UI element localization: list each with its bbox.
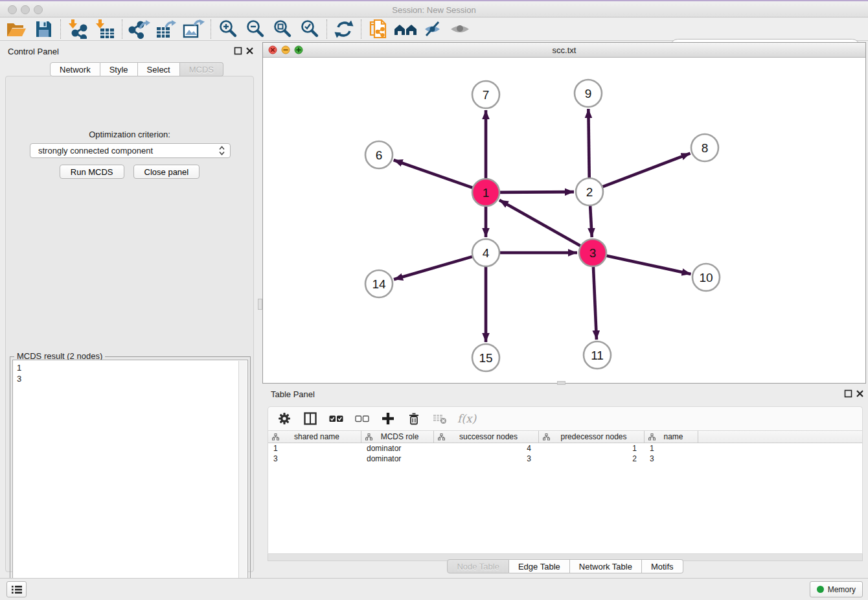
- close-panel-icon[interactable]: [246, 47, 254, 55]
- table-cell[interactable]: 1: [539, 443, 645, 454]
- run-mcds-button[interactable]: Run MCDS: [60, 165, 124, 179]
- export-image-icon[interactable]: [180, 18, 207, 40]
- open-file-icon[interactable]: [3, 18, 30, 40]
- memory-button[interactable]: Memory: [810, 581, 863, 597]
- graph-node-1[interactable]: 1: [472, 179, 499, 206]
- refresh-icon[interactable]: [330, 18, 358, 40]
- close-panel-button[interactable]: Close panel: [133, 165, 200, 179]
- tab-node-table[interactable]: Node Table: [447, 559, 509, 573]
- hide-selected-icon[interactable]: [419, 18, 446, 40]
- graph-node-11[interactable]: 11: [584, 341, 611, 369]
- close-table-panel-icon[interactable]: [856, 389, 864, 398]
- save-session-icon[interactable]: [30, 18, 57, 40]
- float-table-panel-icon[interactable]: [844, 389, 852, 398]
- horizontal-splitter-handle[interactable]: [557, 381, 565, 385]
- show-all-icon[interactable]: [446, 18, 474, 40]
- graph-node-label: 9: [585, 87, 592, 100]
- add-column-icon[interactable]: [380, 409, 396, 428]
- graph-edge-3-11[interactable]: [593, 267, 597, 340]
- tab-network[interactable]: Network: [50, 62, 100, 76]
- delete-column-icon[interactable]: [405, 409, 422, 428]
- column-header-name[interactable]: name: [645, 431, 698, 443]
- attribute-tree-icon: [648, 433, 656, 441]
- tab-network-table[interactable]: Network Table: [570, 559, 642, 573]
- vertical-splitter-handle[interactable]: [258, 299, 262, 310]
- network-graph-canvas[interactable]: 1234678910111415: [263, 58, 865, 383]
- toolbar-separator: [326, 19, 327, 39]
- export-table-icon[interactable]: [153, 18, 180, 40]
- toolbar-separator: [211, 19, 211, 39]
- table-cell[interactable]: 3: [434, 454, 539, 464]
- status-bar: Memory: [0, 578, 868, 600]
- column-header-shared-name[interactable]: shared name: [268, 431, 361, 443]
- show-columns-icon[interactable]: [302, 409, 319, 428]
- import-network-icon[interactable]: [64, 18, 91, 40]
- graph-node-10[interactable]: 10: [692, 264, 720, 291]
- zoom-fit-icon[interactable]: [269, 18, 296, 40]
- graph-edge-1-2[interactable]: [500, 192, 574, 192]
- table-cell[interactable]: 4: [434, 443, 539, 454]
- column-header-successor-nodes[interactable]: successor nodes: [434, 431, 539, 443]
- table-cell[interactable]: dominator: [361, 443, 434, 454]
- graph-edge-3-10[interactable]: [606, 256, 691, 274]
- float-panel-icon[interactable]: [234, 47, 242, 55]
- tab-style[interactable]: Style: [100, 62, 138, 76]
- graph-node-7[interactable]: 7: [472, 81, 499, 108]
- graph-node-label: 8: [702, 141, 709, 155]
- import-table-icon[interactable]: [91, 18, 119, 40]
- graph-node-label: 15: [479, 351, 492, 365]
- column-header-predecessor-nodes[interactable]: predecessor nodes: [539, 431, 645, 443]
- graph-edge-2-9[interactable]: [588, 109, 589, 178]
- settings-gear-icon[interactable]: [276, 409, 293, 428]
- table-cell[interactable]: dominator: [361, 454, 434, 464]
- graph-edge-2-3[interactable]: [590, 206, 592, 237]
- table-header-row: shared name MCDS role successor nodes pr…: [268, 431, 862, 443]
- graph-edge-2-8[interactable]: [603, 154, 691, 187]
- tab-motifs[interactable]: Motifs: [642, 559, 683, 573]
- delete-table-icon[interactable]: [431, 409, 448, 428]
- mcds-result-text: 13: [12, 360, 248, 600]
- zoom-selected-icon[interactable]: [296, 18, 323, 40]
- graph-edge-4-14[interactable]: [394, 257, 472, 279]
- table-row[interactable]: 3dominator323: [268, 454, 862, 464]
- graph-node-8[interactable]: 8: [691, 134, 718, 161]
- graph-node-9[interactable]: 9: [575, 80, 602, 107]
- table-cell[interactable]: 3: [645, 454, 698, 464]
- unselect-all-columns-icon[interactable]: [354, 409, 371, 428]
- graph-node-2[interactable]: 2: [576, 178, 603, 205]
- table-cell[interactable]: 1: [645, 443, 698, 454]
- graph-node-14[interactable]: 14: [365, 270, 393, 297]
- table-cell[interactable]: 2: [539, 454, 645, 464]
- graph-node-3[interactable]: 3: [579, 239, 606, 266]
- select-all-columns-icon[interactable]: [328, 409, 345, 428]
- graph-node-label: 7: [483, 88, 490, 102]
- criterion-value: strongly connected component: [38, 146, 219, 156]
- table-cell[interactable]: 1: [268, 443, 361, 454]
- network-view-window: scc.txt 1234678910111415: [262, 42, 866, 384]
- fx-label: f(x): [457, 412, 476, 425]
- zoom-in-icon[interactable]: [214, 18, 242, 40]
- graph-edge-3-1[interactable]: [499, 200, 580, 246]
- tab-edge-table[interactable]: Edge Table: [509, 559, 570, 573]
- column-header-MCDS-role[interactable]: MCDS role: [361, 431, 434, 443]
- result-scrollbar[interactable]: [238, 361, 247, 600]
- graph-edge-1-6[interactable]: [394, 160, 473, 188]
- node-table[interactable]: shared name MCDS role successor nodes pr…: [268, 430, 863, 554]
- task-history-button[interactable]: [6, 581, 27, 597]
- graph-node-label: 11: [591, 349, 604, 362]
- tab-select[interactable]: Select: [138, 62, 180, 76]
- first-neighbors-icon[interactable]: [392, 18, 419, 40]
- criterion-dropdown[interactable]: strongly connected component: [30, 143, 231, 158]
- graph-node-15[interactable]: 15: [472, 344, 499, 371]
- export-network-icon[interactable]: [126, 18, 153, 40]
- memory-status-icon: [817, 586, 824, 593]
- new-network-from-selection-icon[interactable]: [365, 18, 392, 40]
- zoom-out-icon[interactable]: [242, 18, 269, 40]
- graph-node-4[interactable]: 4: [472, 239, 499, 266]
- function-builder-button[interactable]: f(x): [457, 409, 476, 428]
- graph-node-6[interactable]: 6: [365, 141, 393, 168]
- network-window-titlebar[interactable]: scc.txt: [263, 43, 865, 58]
- table-row[interactable]: 1dominator411: [268, 443, 862, 454]
- table-cell[interactable]: 3: [268, 454, 361, 464]
- tab-mcds[interactable]: MCDS: [180, 62, 223, 76]
